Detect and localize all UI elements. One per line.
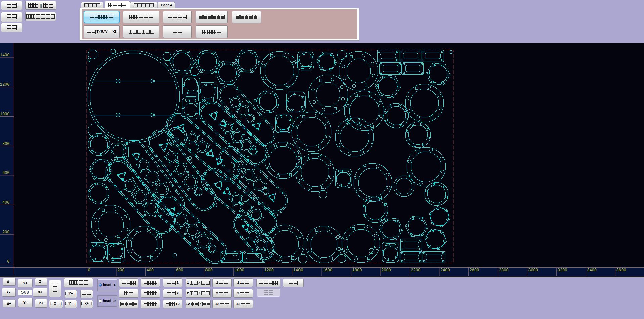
svg-text:200: 200 xyxy=(2,230,10,235)
svg-text:2800: 2800 xyxy=(499,268,509,273)
svg-text:1200: 1200 xyxy=(264,268,274,273)
svg-text:600: 600 xyxy=(2,171,10,175)
svg-text:1400: 1400 xyxy=(0,53,10,58)
svg-text:1600: 1600 xyxy=(323,268,332,273)
svg-text:0: 0 xyxy=(88,268,90,273)
svg-text:200: 200 xyxy=(117,268,125,273)
svg-text:1400: 1400 xyxy=(293,268,303,273)
svg-text:800: 800 xyxy=(205,268,213,273)
svg-text:400: 400 xyxy=(146,268,154,273)
svg-text:1200: 1200 xyxy=(0,82,10,87)
svg-text:3000: 3000 xyxy=(528,268,538,273)
svg-text:2600: 2600 xyxy=(469,268,479,273)
svg-text:3600: 3600 xyxy=(616,268,626,273)
svg-text:600: 600 xyxy=(176,268,183,273)
svg-text:0: 0 xyxy=(7,259,9,264)
svg-text:3400: 3400 xyxy=(587,268,597,273)
svg-text:1000: 1000 xyxy=(0,112,10,117)
svg-text:2400: 2400 xyxy=(440,268,450,273)
svg-text:2000: 2000 xyxy=(381,268,391,273)
svg-text:2200: 2200 xyxy=(411,268,421,273)
svg-text:1800: 1800 xyxy=(352,268,362,273)
svg-text:400: 400 xyxy=(2,200,10,205)
svg-text:3200: 3200 xyxy=(558,268,567,273)
svg-text:1000: 1000 xyxy=(235,268,244,273)
svg-text:800: 800 xyxy=(2,142,10,146)
